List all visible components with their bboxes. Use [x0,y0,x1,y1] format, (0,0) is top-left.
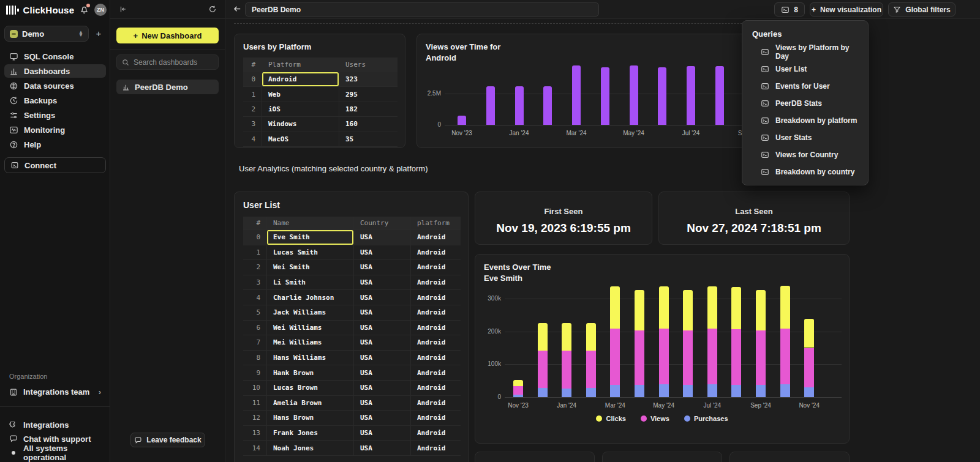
workspace-name: Demo [22,29,74,39]
query-item[interactable]: Breakdown by country [742,163,868,181]
table-row[interactable]: 8Hans WilliamsUSAAndroid [243,351,461,366]
sidebar-item-sql-console[interactable]: SQL Console [4,50,106,63]
sidebar-item-monitoring[interactable]: Monitoring [4,123,106,136]
card-last-seen: Last Seen Nov 27, 2024 7:18:51 pm [658,192,850,245]
query-item[interactable]: Views by Platform by Day [742,43,868,61]
table-cell: USA [353,305,410,320]
table-row[interactable]: 1Lucas SmithUSAAndroid [243,245,461,261]
sidebar-item-integrations[interactable]: Integrations [4,418,106,431]
query-item[interactable]: PeerDB Stats [742,95,868,112]
card-title: Users by Platform [243,42,311,53]
back-button[interactable] [233,4,242,16]
segment-purchases-Sep '24 [756,385,766,397]
organization-label: Organization [9,373,47,380]
row-index-cell: 1 [243,87,262,101]
table-header-cell: Platform [262,58,339,72]
table-row[interactable]: 7Mei WilliamsUSAAndroid [243,335,461,351]
legend-dot [641,415,647,422]
table-cell: 35 [339,132,398,146]
query-item[interactable]: Breakdown by platform [742,112,868,129]
queries-count-button[interactable]: 8 [774,2,805,17]
sidebar-item-help[interactable]: Help [4,138,106,151]
collapse-panel-button[interactable] [119,5,127,16]
segment-views-Mar '24 [610,329,620,384]
queries-title: Queries [742,28,868,43]
new-dashboard-button[interactable]: + New Dashboard [116,28,219,43]
sidebar-item-all-systems-operational[interactable]: All systems operational [4,446,106,460]
dashboard-title-input[interactable] [245,2,599,17]
query-item[interactable]: User List [742,61,868,78]
avatar[interactable]: ZN [94,4,107,16]
table-cell: MacOS [262,132,339,146]
sidebar-item-dashboards[interactable]: Dashboards [4,64,106,78]
table-row[interactable]: 13Frank JonesUSAAndroid [243,426,461,441]
table-row[interactable]: 3Windows160 [243,117,398,132]
table-row[interactable]: 5Jack WilliamsUSAAndroid [243,305,461,321]
workspace-select[interactable]: Demo ▲▼ [4,26,89,42]
y-axis-tick: 200k [479,328,501,335]
connect-button[interactable]: Connect [4,157,106,173]
x-axis-tick: May '24 [616,130,652,136]
bar-Nov '23 [458,116,466,125]
sidebar-item-integrations-team[interactable]: Integrations team › [4,385,106,399]
table-row[interactable]: 14Noah JonesUSAAndroid [243,441,461,456]
bar-Jun '24 [658,67,666,125]
sidebar-item-data-sources[interactable]: Data sources [4,79,106,92]
user-list-table: #NameCountryplatform0Eve SmithUSAAndroid… [243,217,461,456]
card-user-list: User List #NameCountryplatform0Eve Smith… [234,192,469,462]
table-row[interactable]: 10Lucas BrownUSAAndroid [243,381,461,396]
add-service-button[interactable]: + [94,29,104,39]
table-row[interactable]: 3Li SmithUSAAndroid [243,275,461,291]
divider [0,406,110,407]
table-row[interactable]: 2iOS182 [243,102,398,117]
partial-card [602,452,722,462]
integrations-icon [9,420,18,429]
sidebar-item-settings[interactable]: Settings [4,108,106,122]
table-cell: 323 [339,72,398,86]
table-header-cell: Name [266,217,353,229]
x-axis-tick: Jan '24 [501,130,538,136]
search-input[interactable] [134,58,213,67]
table-row[interactable]: 4MacOS35 [243,132,398,147]
query-item[interactable]: Views for Country [742,146,868,163]
card-events-over-time: Events Over TimeEve Smith 0100k200k300kN… [475,254,850,444]
table-row[interactable]: 0Eve SmithUSAAndroid [243,230,461,245]
table-cell: USA [353,381,410,395]
table-cell: USA [353,321,410,335]
query-item[interactable]: User Stats [742,129,868,146]
events-over-time-chart: 0100k200k300kNov '23Jan '24Mar '24May '2… [475,255,849,443]
row-index-cell: 5 [243,305,266,320]
table-row[interactable]: 2Wei SmithUSAAndroid [243,260,461,275]
table-row[interactable]: 4Charlie JohnsonUSAAndroid [243,290,461,305]
table-cell: Lucas Smith [266,245,353,260]
table-cell: Android [410,290,461,305]
query-item[interactable]: Events for User [742,78,868,95]
table-row[interactable]: 0Android323 [243,72,398,87]
segment-clicks-Dec '23 [538,323,548,351]
table-cell: Mei Williams [266,335,353,350]
sidebar-item-backups[interactable]: Backups [4,94,106,107]
table-row[interactable]: 11Amelia BrownUSAAndroid [243,396,461,411]
segment-clicks-Apr '24 [635,290,644,331]
segment-clicks-Mar '24 [610,286,620,329]
table-row[interactable]: 6Wei WilliamsUSAAndroid [243,321,461,336]
global-filters-button[interactable]: Global filters [888,2,956,17]
status-dot [12,451,15,455]
dashboard-list-item[interactable]: PeerDB Demo [116,80,219,94]
segment-purchases-Nov '23 [513,395,523,397]
query-label: Events for User [775,82,830,91]
nav-label: Monitoring [24,125,65,135]
filter-icon [893,6,901,13]
leave-feedback-button[interactable]: Leave feedback [130,433,205,447]
refresh-button[interactable] [208,5,217,16]
collapse-left-icon [119,5,127,13]
table-row[interactable]: 9Hank BrownUSAAndroid [243,365,461,381]
brand-name: ClickHouse [23,5,75,15]
table-cell: Charlie Johnson [266,290,353,305]
table-row[interactable]: 1Web295 [243,87,398,102]
org-team-label: Integrations team [23,387,89,397]
notifications-bell-icon[interactable] [80,5,89,15]
table-row[interactable]: 12Hans BrownUSAAndroid [243,411,461,426]
footer-label: Chat with support [23,434,91,444]
new-visualization-button[interactable]: + New visualization [810,2,883,17]
